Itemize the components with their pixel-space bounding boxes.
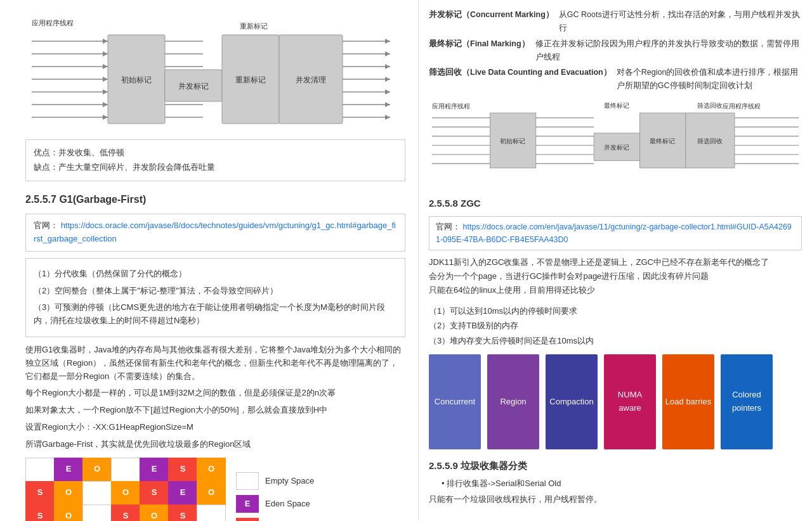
legend-box-empty xyxy=(236,472,259,490)
svg-marker-57 xyxy=(385,102,390,107)
grid-cell xyxy=(197,505,226,521)
legend-survivor: S Survivor Space xyxy=(236,518,321,521)
g1-para-1: 使用G1收集器时，Java堆的内存布局与其他收集器有很大差别，它将整个Java堆… xyxy=(25,344,405,383)
legend-eden: E Eden Space xyxy=(236,495,321,513)
zgc-list-2: （2）支持TB级别的内存 xyxy=(429,318,802,333)
pros-text: 优点：并发收集、低停顿 xyxy=(34,146,397,160)
zgc-box-colored: Colored pointers xyxy=(721,354,773,449)
zgc-box-region: Region xyxy=(487,354,539,449)
g1-feature-3: （3）可预测的停顿（比CMS更先进的地方在于能让使用者明确指定一个长度为M毫秒的… xyxy=(34,301,397,328)
zgc-box-load: Load barries xyxy=(662,354,714,449)
grid-cell xyxy=(25,458,55,482)
svg-text:应用程序线程: 应用程序线程 xyxy=(432,103,470,110)
svg-text:并发清理: 并发清理 xyxy=(296,75,326,84)
svg-marker-48 xyxy=(103,77,108,82)
cms-diagram: 应用程序线程 初始标记 xyxy=(25,6,393,133)
svg-text:并发标记: 并发标记 xyxy=(604,144,629,151)
zgc-content: JDK11新引入的ZGC收集器，不管是物理上还是逻辑上，ZGC中已经不存在新老年… xyxy=(429,255,802,297)
g1-para-4: 设置Region大小：-XX:G1HeapRegionSize=M xyxy=(25,421,405,434)
legend-empty: Empty Space xyxy=(236,472,321,490)
grid-cell: S xyxy=(168,505,197,521)
svg-marker-58 xyxy=(385,115,390,120)
phase-final-marking-name: 最终标记（Final Marking） xyxy=(429,37,530,65)
grid-cell: E xyxy=(54,458,83,482)
g1-feature-1: （1）分代收集（仍然保留了分代的概念） xyxy=(34,267,397,281)
g1-feature-2: （2）空间整合（整体上属于"标记-整理"算法，不会导致空间碎片） xyxy=(34,285,397,298)
grid-cell: E xyxy=(168,481,197,505)
grid-cell: O xyxy=(197,458,226,482)
grid-cell: O xyxy=(54,505,83,521)
pros-cons-box: 优点：并发收集、低停顿 缺点：产生大量空间碎片、并发阶段会降低吞吐量 xyxy=(25,139,405,181)
phase-concurrent-marking: 并发标记（Concurrent Marking） 从GC Roots进行可达性分… xyxy=(429,8,802,35)
phase-descriptions: 并发标记（Concurrent Marking） 从GC Roots进行可达性分… xyxy=(429,8,802,93)
right-panel: 并发标记（Concurrent Marking） 从GC Roots进行可达性分… xyxy=(419,0,812,521)
gc-desc: 只能有一个垃圾回收线程执行，用户线程暂停。 xyxy=(429,493,802,506)
zgc-list-1: （1）可以达到10ms以内的停顿时间要求 xyxy=(429,304,802,318)
svg-text:筛选回收: 筛选回收 xyxy=(697,102,723,109)
g1-reference-box: 官网： https://docs.oracle.com/javase/8/doc… xyxy=(25,214,405,252)
phase-evacuation-desc: 对各个Region的回收价值和成本进行排序，根据用户所期望的GC停顿时间制定回收… xyxy=(617,66,802,93)
grid-cell: S xyxy=(168,458,197,482)
g1-para-2: 每个Region大小都是一样的，可以是1M到32M之间的数值，但是必须保证是2的… xyxy=(25,387,405,400)
phase-final-marking-desc: 修正在并发标记阶段因为用户程序的并发执行导致变动的数据，需暂停用户线程 xyxy=(535,37,802,65)
zgc-box-numa: NUMA aware xyxy=(604,354,656,449)
svg-marker-52 xyxy=(385,39,390,44)
svg-marker-49 xyxy=(103,89,108,94)
zgc-para-3: 只能在64位的linux上使用，目前用得还比较少 xyxy=(429,283,802,297)
svg-text:初始标记: 初始标记 xyxy=(121,75,152,84)
g1-grid-section: E O E S O S O O S E O S O S O S xyxy=(25,458,405,521)
zgc-list-3: （3）堆内存变大后停顿时间还是在10ms以内 xyxy=(429,333,802,348)
right-cms-diagram: 应用程序线程 应用程序线程 xyxy=(429,100,802,188)
phase-evacuation-name: 筛选回收（Live Data Counting and Evacuation） xyxy=(429,66,612,93)
svg-text:最终标记: 最终标记 xyxy=(604,102,629,109)
legend-box-eden: E xyxy=(236,495,259,513)
legend-box-survivor: S xyxy=(236,518,259,521)
g1-para-5: 所谓Garbage-Frist，其实就是优先回收垃圾最多的Region区域 xyxy=(25,438,405,451)
zgc-box-concurrent: Concurrent xyxy=(429,354,481,449)
grid-cell xyxy=(82,505,112,521)
svg-text:重新标记: 重新标记 xyxy=(235,75,266,84)
grid-cell: S xyxy=(111,505,140,521)
svg-text:最终标记: 最终标记 xyxy=(650,138,675,145)
g1-section-title: 2.5.5.7 G1(Garbage-First) xyxy=(25,191,405,208)
svg-marker-56 xyxy=(385,89,390,94)
phase-concurrent-marking-desc: 从GC Roots进行可达性分析，找出存活的对象，与用户线程并发执行 xyxy=(559,8,802,35)
g1-ref-label: 官网： xyxy=(34,221,58,230)
grid-cell: S xyxy=(140,481,169,505)
svg-marker-54 xyxy=(385,64,390,69)
g1-ref-link[interactable]: https://docs.oracle.com/javase/8/docs/te… xyxy=(34,221,396,243)
g1-grid: E O E S O S O O S E O S O S O S xyxy=(25,458,223,521)
svg-marker-55 xyxy=(385,77,390,82)
zgc-boxes: Concurrent Region Compaction NUMA aware … xyxy=(429,354,802,449)
g1-legend: Empty Space E Eden Space S Survivor Spac… xyxy=(236,458,321,521)
svg-marker-50 xyxy=(103,102,108,107)
gc-classify-title: 2.5.5.9 垃圾收集器分类 xyxy=(429,458,802,473)
svg-text:初始标记: 初始标记 xyxy=(500,138,525,145)
grid-cell: O xyxy=(111,481,140,505)
zgc-para-1: JDK11新引入的ZGC收集器，不管是物理上还是逻辑上，ZGC中已经不存在新老年… xyxy=(429,255,802,269)
left-panel: 应用程序线程 初始标记 xyxy=(0,0,419,521)
svg-text:应用程序线程: 应用程序线程 xyxy=(32,19,74,27)
svg-text:应用程序线程: 应用程序线程 xyxy=(723,103,761,110)
grid-cell: O xyxy=(54,481,83,505)
svg-marker-46 xyxy=(103,51,108,56)
grid-cell xyxy=(111,458,140,482)
zgc-list: （1）可以达到10ms以内的停顿时间要求 （2）支持TB级别的内存 （3）堆内存… xyxy=(429,304,802,348)
phase-final-marking: 最终标记（Final Marking） 修正在并发标记阶段因为用户程序的并发执行… xyxy=(429,37,802,65)
zgc-box-compaction: Compaction xyxy=(546,354,598,449)
svg-marker-53 xyxy=(385,51,390,56)
zgc-para-2: 会分为一个个page，当进行GC操作时会对page进行压缩，因此没有碎片问题 xyxy=(429,269,802,283)
gc-bullet: • 排行收集器->Serial和Serial Old xyxy=(442,477,802,491)
svg-marker-51 xyxy=(103,115,108,120)
zgc-ref-label: 官网： xyxy=(436,222,461,231)
zgc-ref-link[interactable]: https://docs.oracle.com/en/java/javase/1… xyxy=(436,222,792,244)
grid-cell: O xyxy=(197,481,226,505)
grid-cell: O xyxy=(82,458,112,482)
zgc-ref-box: 官网： https://docs.oracle.com/en/java/java… xyxy=(429,216,802,250)
phase-concurrent-marking-name: 并发标记（Concurrent Marking） xyxy=(429,8,554,35)
svg-text:筛选回收: 筛选回收 xyxy=(697,138,723,145)
cons-text: 缺点：产生大量空间碎片、并发阶段会降低吞吐量 xyxy=(34,161,397,174)
svg-text:并发标记: 并发标记 xyxy=(178,82,209,91)
grid-cell: S xyxy=(25,505,55,521)
svg-marker-45 xyxy=(103,39,108,44)
